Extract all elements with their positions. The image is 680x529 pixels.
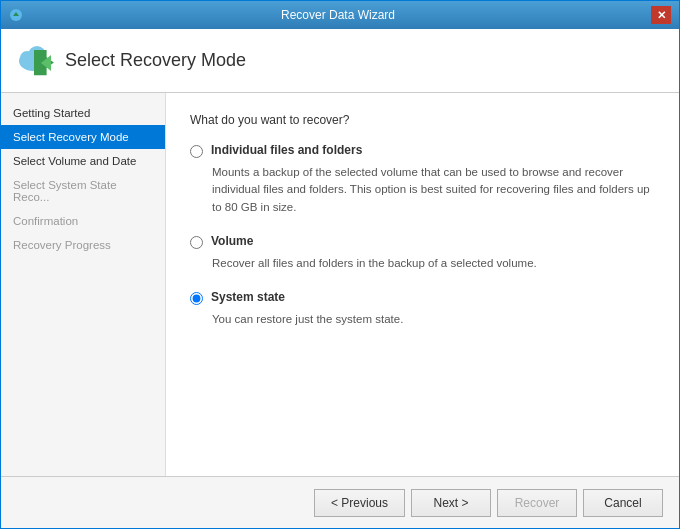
next-button[interactable]: Next > bbox=[411, 489, 491, 517]
radio-volume[interactable] bbox=[190, 236, 203, 249]
radio-system-state[interactable] bbox=[190, 292, 203, 305]
header-area: Select Recovery Mode bbox=[1, 29, 679, 93]
sidebar-item-getting-started[interactable]: Getting Started bbox=[1, 101, 165, 125]
option-individual-desc: Mounts a backup of the selected volume t… bbox=[212, 164, 655, 216]
option-volume: Volume Recover all files and folders in … bbox=[190, 234, 655, 272]
sidebar-item-volume-date[interactable]: Select Volume and Date bbox=[1, 149, 165, 173]
sidebar-item-system-state: Select System State Reco... bbox=[1, 173, 165, 209]
option-volume-label[interactable]: Volume bbox=[211, 234, 253, 248]
option-individual: Individual files and folders Mounts a ba… bbox=[190, 143, 655, 216]
sidebar: Getting Started Select Recovery Mode Sel… bbox=[1, 93, 166, 476]
main-panel: What do you want to recover? Individual … bbox=[166, 93, 679, 476]
previous-button[interactable]: < Previous bbox=[314, 489, 405, 517]
option-volume-desc: Recover all files and folders in the bac… bbox=[212, 255, 655, 272]
option-individual-label[interactable]: Individual files and folders bbox=[211, 143, 362, 157]
footer: < Previous Next > Recover Cancel bbox=[1, 476, 679, 528]
header-title: Select Recovery Mode bbox=[65, 50, 246, 71]
option-system-label[interactable]: System state bbox=[211, 290, 285, 304]
option-system-desc: You can restore just the system state. bbox=[212, 311, 655, 328]
radio-individual[interactable] bbox=[190, 145, 203, 158]
close-button[interactable]: ✕ bbox=[651, 6, 671, 24]
header-icon bbox=[17, 41, 65, 81]
app-icon bbox=[9, 7, 25, 23]
question-text: What do you want to recover? bbox=[190, 113, 655, 127]
option-system-state: System state You can restore just the sy… bbox=[190, 290, 655, 328]
content-area: Getting Started Select Recovery Mode Sel… bbox=[1, 93, 679, 476]
main-window: Recover Data Wizard ✕ Select Recovery Mo… bbox=[0, 0, 680, 529]
svg-point-3 bbox=[20, 51, 34, 65]
sidebar-item-recovery-mode[interactable]: Select Recovery Mode bbox=[1, 125, 165, 149]
recover-button[interactable]: Recover bbox=[497, 489, 577, 517]
title-bar: Recover Data Wizard ✕ bbox=[1, 1, 679, 29]
window-title: Recover Data Wizard bbox=[25, 8, 651, 22]
sidebar-item-confirmation: Confirmation bbox=[1, 209, 165, 233]
sidebar-item-recovery-progress: Recovery Progress bbox=[1, 233, 165, 257]
cancel-button[interactable]: Cancel bbox=[583, 489, 663, 517]
